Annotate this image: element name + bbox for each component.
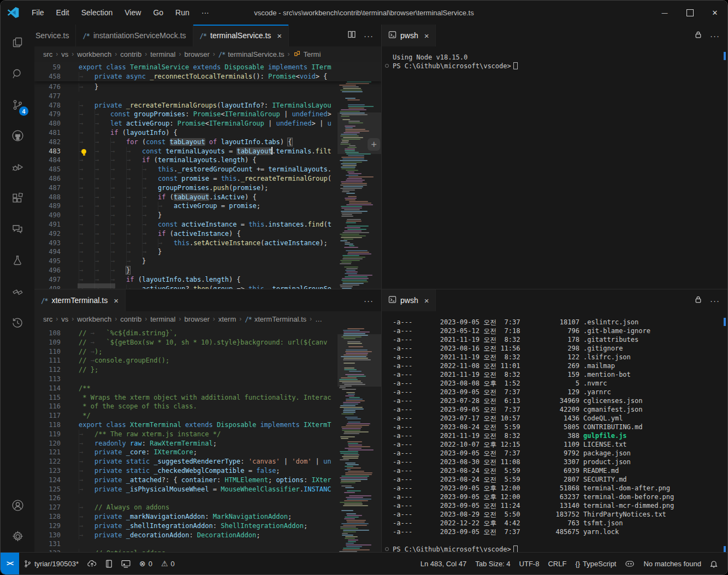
close-icon[interactable]: × xyxy=(424,296,429,305)
menu-run[interactable]: Run xyxy=(169,5,196,20)
settings-gear-icon[interactable] xyxy=(1,521,34,552)
code-line: 126 xyxy=(34,494,381,503)
terminal-pwsh-bottom[interactable]: -a--- 2023-09-05 오전 7:37 18107 .eslintrc… xyxy=(382,311,727,552)
breadcrumb[interactable]: src›vs›workbench›contrib›terminal›browse… xyxy=(34,46,381,62)
more-actions-icon[interactable]: ··· xyxy=(364,31,374,40)
more-actions-icon[interactable]: ··· xyxy=(710,31,720,40)
terminal-pwsh-top[interactable]: Using Node v18.15.0PS C:\Github\microsof… xyxy=(382,46,727,289)
breadcrumb-item[interactable]: src xyxy=(43,315,52,323)
comments-icon[interactable] xyxy=(1,214,34,245)
source-control-icon[interactable]: 4 xyxy=(1,89,34,120)
code-line: 113 xyxy=(34,375,381,384)
minimize-button[interactable] xyxy=(652,1,677,25)
glyph-margin xyxy=(61,393,79,402)
breadcrumb-item[interactable]: /*terminalService.ts xyxy=(218,50,285,58)
status-item-notebook[interactable] xyxy=(101,553,117,574)
code-editor-xtermterminal[interactable]: 108// → `%c${dim.string}`,109// → `${get… xyxy=(34,327,381,552)
status-item-ln-483--col-47[interactable]: Ln 483, Col 47 xyxy=(416,553,471,574)
glyph-margin xyxy=(61,220,79,229)
tab-instantiationservicemock-ts[interactable]: /*instantiationServiceMock.ts xyxy=(76,25,193,46)
code-line: 482for (const tabLayout of layoutInfo.ta… xyxy=(34,138,381,147)
horizontal-scrollbar[interactable] xyxy=(78,283,115,288)
status-item-screencast[interactable] xyxy=(117,553,135,574)
close-icon[interactable]: × xyxy=(277,31,282,40)
maximize-button[interactable] xyxy=(677,1,702,25)
indent-guide xyxy=(94,174,110,183)
vertical-scrollbar[interactable] xyxy=(374,62,381,289)
menu-edit[interactable]: Edit xyxy=(50,5,75,20)
breadcrumb-item[interactable]: contrib xyxy=(120,50,141,58)
breadcrumb-item[interactable]: browser xyxy=(185,315,210,323)
lightbulb-icon[interactable] xyxy=(81,149,86,154)
tab-service-ts[interactable]: Service.ts xyxy=(34,25,76,46)
breadcrumb[interactable]: src›vs›workbench›contrib›terminal›browse… xyxy=(34,311,381,327)
pipeline-icon[interactable] xyxy=(1,276,34,307)
breadcrumb-item[interactable]: workbench xyxy=(77,315,111,323)
breadcrumb-item[interactable]: … xyxy=(315,315,322,323)
indent-guide xyxy=(126,201,142,211)
breadcrumb-item[interactable]: /*xtermTerminal.ts xyxy=(245,315,306,323)
menu-view[interactable]: View xyxy=(119,5,147,20)
status-item-utf-8[interactable]: UTF-8 xyxy=(515,553,544,574)
tab-xtermterminal-ts[interactable]: /*xtermTerminal.ts× xyxy=(34,289,126,311)
tab-pwsh[interactable]: pwsh× xyxy=(382,25,436,46)
status-item-0[interactable]: ⊗0 xyxy=(135,553,157,574)
code-line: 129private _shellIntegrationAddon: Shell… xyxy=(34,521,381,531)
code-editor-terminalservice[interactable]: 59export class TerminalService extends D… xyxy=(34,62,381,289)
extensions-icon[interactable] xyxy=(1,182,34,214)
github-icon[interactable] xyxy=(1,120,34,151)
source-control-badge: 4 xyxy=(19,106,28,116)
tab-terminalservice-ts[interactable]: /*terminalService.ts× xyxy=(193,25,289,46)
command-decoration-icon[interactable] xyxy=(385,64,389,68)
sash-grip[interactable]: + xyxy=(368,138,380,151)
status-item-crlf[interactable]: CRLF xyxy=(543,553,571,574)
search-icon[interactable] xyxy=(1,58,34,89)
lock-icon[interactable] xyxy=(694,295,702,306)
status-item-0[interactable]: ⚠0 xyxy=(157,553,179,574)
close-icon[interactable]: × xyxy=(424,31,429,40)
menu-go[interactable]: Go xyxy=(147,5,169,20)
remote-indicator[interactable]: >< xyxy=(1,553,19,574)
line-number: 479 xyxy=(34,110,61,119)
split-editor-icon[interactable] xyxy=(347,30,356,41)
breadcrumb-item[interactable]: vs xyxy=(61,50,68,58)
status-item-copilot[interactable] xyxy=(620,553,639,574)
breadcrumb-item[interactable]: xterm xyxy=(218,315,236,323)
run-debug-icon[interactable] xyxy=(1,151,34,182)
close-icon[interactable]: × xyxy=(114,296,119,305)
status-item-typescript[interactable]: {}TypeScript xyxy=(571,553,620,574)
breadcrumb-item[interactable]: browser xyxy=(185,50,210,58)
status-item-cloud-upload[interactable] xyxy=(83,553,101,574)
timeline-icon[interactable] xyxy=(1,307,34,338)
more-actions-icon[interactable]: ··· xyxy=(710,296,720,305)
command-decoration-icon[interactable] xyxy=(385,547,389,551)
explorer-icon[interactable] xyxy=(1,27,34,58)
more-actions-icon[interactable]: ··· xyxy=(364,296,374,305)
breadcrumb-item[interactable]: src xyxy=(43,50,52,58)
line-number: 483 xyxy=(34,147,61,156)
menu-selection[interactable]: Selection xyxy=(75,5,119,20)
minimap[interactable] xyxy=(338,62,374,289)
status-item-tyriar-190503-[interactable]: tyriar/190503* xyxy=(19,553,83,574)
breadcrumb-item[interactable]: terminal xyxy=(150,50,175,58)
menu-file[interactable]: File xyxy=(26,5,50,20)
testing-icon[interactable] xyxy=(1,245,34,276)
status-item-tab-size--4[interactable]: Tab Size: 4 xyxy=(471,553,514,574)
minimap-viewport[interactable] xyxy=(338,334,381,387)
terminal-line: -a--- 2021-11-19 오전 8:32 122 .lsifrc.jso… xyxy=(393,353,727,361)
accounts-icon[interactable] xyxy=(1,490,34,521)
lock-icon[interactable] xyxy=(694,31,702,41)
breadcrumb-item[interactable]: terminal xyxy=(150,315,175,323)
breadcrumb-separator: › xyxy=(56,50,58,58)
tab-pwsh[interactable]: pwsh× xyxy=(382,289,436,311)
breadcrumb-item[interactable]: contrib xyxy=(120,315,141,323)
line-content: this.setActiveInstance(activeInstance); xyxy=(79,239,381,248)
breadcrumb-item[interactable]: vs xyxy=(61,315,68,323)
close-button[interactable] xyxy=(702,1,727,25)
status-item-bell[interactable] xyxy=(706,553,722,574)
breadcrumb-item[interactable]: workbench xyxy=(77,50,111,58)
indent-guide xyxy=(79,521,94,531)
status-item-no-matches-found[interactable]: No matches found xyxy=(639,553,706,574)
breadcrumb-item[interactable]: Termi xyxy=(293,50,321,59)
menu-moremoremore[interactable]: ··· xyxy=(196,5,215,20)
